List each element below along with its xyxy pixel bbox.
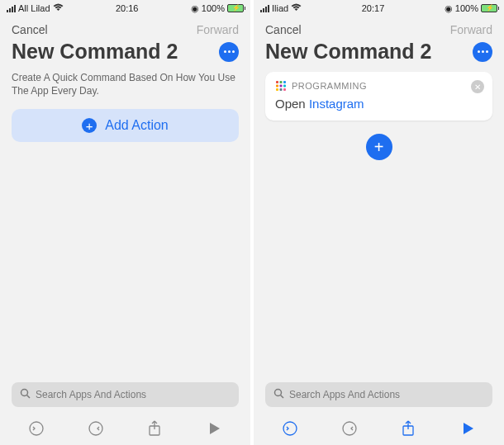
battery-label: 100% <box>202 3 225 13</box>
alarm-icon: ◉ <box>445 3 453 14</box>
svg-rect-5 <box>276 81 278 83</box>
search-placeholder: Search Apps And Actions <box>289 389 400 400</box>
plus-icon: + <box>374 138 384 157</box>
action-target[interactable]: Instagram <box>309 97 364 111</box>
svg-point-2 <box>30 422 43 435</box>
screen-left: All Lilad 20:16 ◉ 100% ⚡ Cancel Forward … <box>0 0 250 445</box>
svg-rect-9 <box>280 85 283 88</box>
search-input[interactable]: Search Apps And Actions <box>265 382 492 407</box>
status-time: 20:17 <box>362 3 385 13</box>
battery-label: 100% <box>455 3 478 13</box>
battery-icon: ⚡ <box>227 4 244 12</box>
svg-line-15 <box>281 395 284 399</box>
svg-rect-6 <box>280 81 283 83</box>
svg-rect-10 <box>283 85 286 88</box>
play-button[interactable] <box>202 416 226 441</box>
svg-point-3 <box>89 422 102 435</box>
nav-bar: Cancel Forward <box>254 17 504 40</box>
status-time: 20:16 <box>116 3 139 13</box>
more-button[interactable] <box>219 42 239 62</box>
svg-rect-11 <box>276 88 278 91</box>
svg-line-1 <box>27 395 31 399</box>
page-title: New Command 2 <box>265 40 431 64</box>
description-text: Create A Quick Command Based On How You … <box>0 72 250 109</box>
forward-button[interactable]: Forward <box>450 23 492 36</box>
svg-point-17 <box>343 422 356 435</box>
card-category-label: PROGRAMMING <box>292 81 367 91</box>
add-action-label: Add Action <box>105 118 169 133</box>
more-button[interactable] <box>473 42 492 62</box>
undo-button[interactable] <box>278 416 302 441</box>
share-button[interactable] <box>396 416 421 441</box>
apps-grid-icon <box>275 80 287 92</box>
redo-button[interactable] <box>83 416 108 441</box>
page-title: New Command 2 <box>12 40 178 64</box>
play-button[interactable] <box>455 416 480 441</box>
svg-rect-12 <box>280 88 283 91</box>
carrier-label: All Lilad <box>18 3 50 13</box>
search-icon <box>273 388 284 401</box>
bottom-toolbar <box>0 412 250 445</box>
action-prefix: Open <box>275 97 306 111</box>
cancel-button[interactable]: Cancel <box>12 23 48 36</box>
add-step-button[interactable]: + <box>366 134 392 160</box>
svg-rect-13 <box>283 88 286 91</box>
svg-rect-8 <box>276 85 278 88</box>
wifi-icon <box>291 3 302 13</box>
search-input[interactable]: Search Apps And Actions <box>12 382 239 407</box>
svg-point-0 <box>21 390 28 396</box>
bottom-toolbar <box>254 412 504 445</box>
share-button[interactable] <box>142 416 167 441</box>
add-action-button[interactable]: + Add Action <box>12 109 239 142</box>
svg-point-14 <box>275 390 282 396</box>
status-bar: Iliad 20:17 ◉ 100% ⚡ <box>254 0 504 17</box>
carrier-label: Iliad <box>272 3 288 13</box>
signal-icon <box>7 5 16 12</box>
undo-button[interactable] <box>24 416 49 441</box>
battery-icon: ⚡ <box>481 4 497 12</box>
redo-button[interactable] <box>337 416 362 441</box>
signal-icon <box>260 5 269 12</box>
wifi-icon <box>53 3 64 13</box>
nav-bar: Cancel Forward <box>0 17 250 40</box>
svg-point-16 <box>283 422 297 435</box>
forward-button[interactable]: Forward <box>197 23 239 36</box>
svg-rect-7 <box>283 81 286 83</box>
search-placeholder: Search Apps And Actions <box>36 389 146 400</box>
action-card[interactable]: PROGRAMMING ✕ Open Instagram <box>265 72 492 121</box>
cancel-button[interactable]: Cancel <box>265 23 302 36</box>
alarm-icon: ◉ <box>191 3 199 14</box>
screen-right: Iliad 20:17 ◉ 100% ⚡ Cancel Forward New … <box>254 0 504 445</box>
close-icon[interactable]: ✕ <box>471 80 484 93</box>
search-icon <box>20 388 31 401</box>
status-bar: All Lilad 20:16 ◉ 100% ⚡ <box>0 0 250 17</box>
plus-circle-icon: + <box>82 118 97 133</box>
